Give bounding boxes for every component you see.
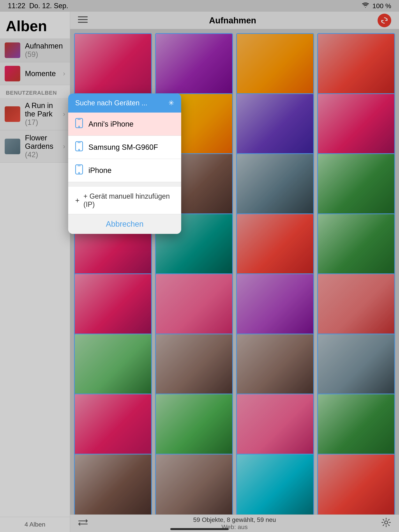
device-separator	[68, 182, 181, 187]
modal-overlay	[0, 0, 399, 532]
device-picker-header: Suche nach Geräten ... ✳	[68, 94, 181, 113]
plus-icon: +	[75, 196, 79, 205]
svg-rect-8	[77, 142, 81, 143]
device-manual-text: + Gerät manuell hinzufügen (IP)	[83, 192, 174, 209]
device-name-iphone: iPhone	[89, 166, 111, 175]
svg-point-6	[78, 126, 80, 127]
cancel-button[interactable]: Abbrechen	[68, 214, 181, 234]
device-manual-add[interactable]: + + Gerät manuell hinzufügen (IP)	[68, 187, 181, 214]
device-name-samsung: Samsung SM-G960F	[89, 143, 158, 152]
device-picker-title: Suche nach Geräten ...	[75, 99, 147, 107]
phone-icon-1	[75, 118, 83, 130]
phone-icon-2	[75, 141, 83, 153]
device-picker-modal: Suche nach Geräten ... ✳ Anni's iPhone S…	[68, 94, 181, 234]
svg-rect-10	[76, 165, 83, 174]
device-name-annis-iphone: Anni's iPhone	[89, 120, 134, 128]
phone-icon-3	[75, 164, 83, 177]
device-item-samsung[interactable]: Samsung SM-G960F	[68, 136, 181, 159]
svg-rect-11	[77, 165, 81, 166]
spinner-icon: ✳	[168, 99, 174, 107]
device-item-iphone[interactable]: iPhone	[68, 159, 181, 182]
svg-rect-4	[76, 118, 83, 128]
device-item-annis-iphone[interactable]: Anni's iPhone	[68, 113, 181, 136]
svg-point-9	[78, 149, 80, 150]
cancel-label: Abbrechen	[106, 220, 143, 228]
svg-rect-5	[77, 119, 81, 120]
svg-point-12	[78, 172, 80, 173]
svg-rect-7	[76, 142, 83, 151]
